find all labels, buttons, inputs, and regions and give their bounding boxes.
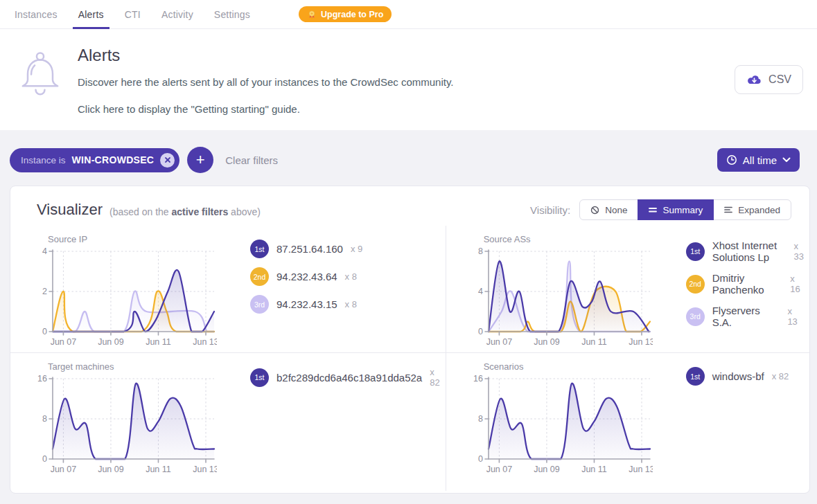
bell-icon xyxy=(15,46,65,111)
visibility-none-button[interactable]: None xyxy=(579,199,638,220)
filter-chip-prefix: Instance is xyxy=(21,155,66,165)
legend-target-machines: 1stb2fc289dcd6a46c18a91dda52ax 82 xyxy=(227,361,440,491)
rank-badge: 2nd xyxy=(250,267,269,286)
chart-wrap: Source ASs048Jun 07Jun 09Jun 11Jun 13 xyxy=(471,234,662,352)
time-range-label: All time xyxy=(743,154,777,166)
legend-label: windows-bf xyxy=(712,370,764,382)
chart-source-ass: 048Jun 07Jun 09Jun 11Jun 13 xyxy=(471,244,653,350)
svg-text:8: 8 xyxy=(478,246,483,256)
legend-label: 94.232.43.64 xyxy=(276,271,337,282)
chart-wrap: Source IP024Jun 07Jun 09Jun 11Jun 13 xyxy=(35,234,227,352)
svg-text:4: 4 xyxy=(478,287,483,296)
legend-label: Dmitriy Panchenko xyxy=(712,272,783,296)
rank-badge: 3rd xyxy=(686,307,705,326)
instance-filter-chip[interactable]: Instance is WIN-CROWDSEC xyxy=(10,148,179,172)
visibility-expanded-button[interactable]: Expanded xyxy=(713,199,791,220)
legend-label: b2fc289dcd6a46c18a91dda52a xyxy=(276,372,422,384)
legend-item: 3rd94.232.43.15x 8 xyxy=(250,295,440,314)
legend-item: 1st87.251.64.160x 9 xyxy=(250,240,440,258)
legend-label: Flyservers S.A. xyxy=(712,305,780,328)
nav-item-instances[interactable]: Instances xyxy=(15,0,58,29)
svg-text:Jun 09: Jun 09 xyxy=(534,465,560,474)
legend-label: 87.251.64.160 xyxy=(276,243,343,255)
nav-item-alerts[interactable]: Alerts xyxy=(78,0,104,29)
rank-badge: 1st xyxy=(686,367,705,386)
rank-badge: 1st xyxy=(250,368,269,387)
header-text: Alerts Discover here the alerts sent by … xyxy=(78,40,453,115)
svg-text:Jun 13: Jun 13 xyxy=(629,465,653,474)
filter-chip-value: WIN-CROWDSEC xyxy=(72,154,155,165)
getting-started-link[interactable]: Click here to display the "Getting start… xyxy=(78,103,453,115)
svg-text:Jun 09: Jun 09 xyxy=(98,465,124,474)
time-range-button[interactable]: All time xyxy=(717,148,800,172)
cloud-download-icon xyxy=(746,74,762,86)
nav-item-settings[interactable]: Settings xyxy=(214,0,250,29)
legend-count: x 8 xyxy=(345,271,357,282)
svg-text:Jun 11: Jun 11 xyxy=(581,465,607,474)
expanded-icon xyxy=(724,206,732,214)
svg-text:Jun 09: Jun 09 xyxy=(534,337,560,347)
svg-text:Jun 11: Jun 11 xyxy=(581,337,607,347)
visibility-control: Visibility: None xyxy=(530,199,791,220)
svg-text:Jun 11: Jun 11 xyxy=(146,465,171,474)
rank-badge: 1st xyxy=(250,240,269,258)
legend-source-ass: 1stXhost Internet Solutions Lpx 332ndDmi… xyxy=(662,234,804,352)
legend-count: x 82 xyxy=(430,367,439,388)
visualizer-header: Visualizer (based on the active filters … xyxy=(10,186,809,226)
legend-count: x 33 xyxy=(793,241,804,262)
legend-item: 1stXhost Internet Solutions Lpx 33 xyxy=(686,240,804,263)
page-description: Discover here the alerts sent by all of … xyxy=(78,76,453,88)
visibility-summary-button[interactable]: Summary xyxy=(638,199,714,220)
legend-item: 2ndDmitriy Panchenkox 16 xyxy=(686,272,804,296)
svg-text:2: 2 xyxy=(42,287,47,296)
svg-text:Jun 13: Jun 13 xyxy=(193,337,217,347)
filter-bar: Instance is WIN-CROWDSEC + Clear filters… xyxy=(10,147,810,173)
medal-icon xyxy=(307,10,317,19)
svg-text:16: 16 xyxy=(37,374,47,384)
chart-wrap: Scenarios0816Jun 07Jun 09Jun 11Jun 13 xyxy=(471,361,662,491)
legend-item: 3rdFlyservers S.A.x 13 xyxy=(686,305,804,328)
svg-text:Jun 07: Jun 07 xyxy=(51,465,77,474)
panel-source-ip: Source IP024Jun 07Jun 09Jun 11Jun 131st8… xyxy=(10,226,446,352)
legend-scenarios: 1stwindows-bfx 82 xyxy=(662,361,804,491)
none-icon xyxy=(590,206,599,215)
visualizer-card: Visualizer (based on the active filters … xyxy=(10,186,810,494)
svg-text:Jun 07: Jun 07 xyxy=(486,337,512,347)
clock-icon xyxy=(726,154,737,165)
page-title: Alerts xyxy=(78,46,453,65)
add-filter-button[interactable]: + xyxy=(187,147,213,173)
visualizer-grid: Source IP024Jun 07Jun 09Jun 11Jun 131st8… xyxy=(10,226,809,491)
visibility-label: Visibility: xyxy=(530,204,570,216)
visibility-segmented-control: None Summary xyxy=(579,199,791,220)
upgrade-to-pro-button[interactable]: Upgrade to Pro xyxy=(299,6,392,22)
svg-text:4: 4 xyxy=(42,246,47,256)
panel-scenarios: Scenarios0816Jun 07Jun 09Jun 11Jun 131st… xyxy=(446,352,809,491)
chart-source-ip: 024Jun 07Jun 09Jun 11Jun 13 xyxy=(35,244,217,350)
legend-count: x 13 xyxy=(787,306,804,327)
csv-export-button[interactable]: CSV xyxy=(735,65,803,94)
legend-count: x 16 xyxy=(790,273,804,294)
legend-count: x 9 xyxy=(351,244,362,254)
remove-filter-button[interactable] xyxy=(160,153,175,168)
panel-target-machines: Target machines0816Jun 07Jun 09Jun 11Jun… xyxy=(10,352,446,491)
upgrade-label: Upgrade to Pro xyxy=(321,10,383,19)
svg-text:Jun 13: Jun 13 xyxy=(193,465,217,474)
svg-text:0: 0 xyxy=(42,454,47,464)
legend-count: x 82 xyxy=(772,371,789,381)
top-nav: Instances Alerts CTI Activity Settings U… xyxy=(0,0,817,29)
page-header: Alerts Discover here the alerts sent by … xyxy=(0,29,817,130)
clear-filters-button[interactable]: Clear filters xyxy=(225,154,278,166)
nav-item-activity[interactable]: Activity xyxy=(161,0,193,29)
rank-badge: 2nd xyxy=(686,275,705,294)
svg-text:8: 8 xyxy=(42,414,47,424)
visualizer-subtitle: (based on the active filters above) xyxy=(109,202,261,217)
chart-title: Target machines xyxy=(48,361,227,372)
legend-item: 2nd94.232.43.64x 8 xyxy=(250,267,440,286)
rank-badge: 1st xyxy=(686,242,705,261)
panel-source-ass: Source ASs048Jun 07Jun 09Jun 11Jun 131st… xyxy=(446,226,809,352)
legend-item: 1stb2fc289dcd6a46c18a91dda52ax 82 xyxy=(250,367,440,388)
chevron-down-icon xyxy=(782,157,791,163)
nav-item-cti[interactable]: CTI xyxy=(125,0,141,29)
svg-text:Jun 13: Jun 13 xyxy=(629,337,653,347)
chart-title: Scenarios xyxy=(484,361,662,372)
